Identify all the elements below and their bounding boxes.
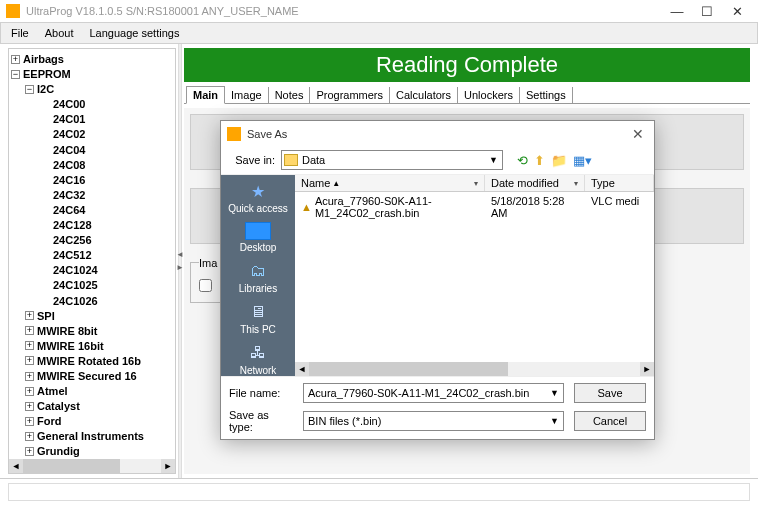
expand-icon[interactable]: + — [25, 387, 34, 396]
tree-item[interactable]: MWIRE Rotated 16b — [37, 355, 141, 367]
close-button[interactable]: ✕ — [722, 4, 752, 19]
cancel-button[interactable]: Cancel — [574, 411, 646, 431]
vertical-splitter[interactable]: ◄ ► — [178, 44, 182, 478]
file-list-scrollbar[interactable]: ◄ ► — [295, 362, 654, 376]
tab-notes[interactable]: Notes — [269, 87, 311, 103]
tree-item[interactable]: 24C32 — [53, 189, 85, 201]
scroll-right-icon[interactable]: ► — [640, 362, 654, 376]
tab-settings[interactable]: Settings — [520, 87, 573, 103]
tree-item[interactable]: General Instruments — [37, 430, 144, 442]
tree-item[interactable]: 24C08 — [53, 159, 85, 171]
tab-programmers[interactable]: Programmers — [310, 87, 390, 103]
tree-item[interactable]: 24C1026 — [53, 295, 98, 307]
scrollbar-track[interactable] — [23, 459, 161, 473]
tab-calculators[interactable]: Calculators — [390, 87, 458, 103]
expand-icon[interactable]: + — [11, 55, 20, 64]
maximize-button[interactable]: ☐ — [692, 4, 722, 19]
place-desktop[interactable]: Desktop — [240, 222, 277, 253]
scroll-left-icon[interactable]: ◄ — [9, 459, 23, 473]
scrollbar-thumb[interactable] — [309, 362, 508, 376]
place-libraries[interactable]: 🗂Libraries — [239, 261, 277, 294]
tree-item[interactable]: SPI — [37, 310, 55, 322]
tree-item[interactable]: 24C128 — [53, 219, 92, 231]
tree-item[interactable]: Ford — [37, 415, 61, 427]
scrollbar-track[interactable] — [309, 362, 640, 376]
folder-icon — [284, 154, 298, 166]
save-in-label: Save in: — [229, 154, 275, 166]
tree-item[interactable]: Grundig — [37, 446, 80, 458]
expand-icon[interactable]: + — [25, 417, 34, 426]
tab-unlockers[interactable]: Unlockers — [458, 87, 520, 103]
col-name[interactable]: Name ▲▾ — [295, 175, 485, 191]
tree-item[interactable]: 24C04 — [53, 144, 85, 156]
tree-item[interactable]: 24C16 — [53, 174, 85, 186]
nav-icons: ⟲ ⬆ 📁 ▦▾ — [517, 153, 592, 168]
menu-about[interactable]: About — [37, 25, 82, 41]
tree-item[interactable]: 24C1025 — [53, 280, 98, 292]
filename-input[interactable]: Acura_77960-S0K-A11-M1_24C02_crash.bin▼ — [303, 383, 564, 403]
back-icon[interactable]: ⟲ — [517, 153, 528, 168]
tab-main[interactable]: Main — [186, 86, 225, 104]
tree-item[interactable]: 24C1024 — [53, 264, 98, 276]
tree-item[interactable]: MWIRE 8bit — [37, 325, 98, 337]
tree-item[interactable]: 24C00 — [53, 98, 85, 110]
chevron-down-icon[interactable]: ▼ — [550, 388, 559, 398]
save-in-dropdown[interactable]: Data ▼ — [281, 150, 503, 170]
places-bar: ★Quick access Desktop 🗂Libraries 🖥This P… — [221, 175, 295, 376]
libraries-icon: 🗂 — [246, 261, 270, 281]
image-checkbox[interactable] — [199, 279, 212, 292]
scrollbar-thumb[interactable] — [23, 459, 120, 473]
tree-item[interactable]: 24C512 — [53, 249, 92, 261]
collapse-icon[interactable]: − — [25, 85, 34, 94]
status-bar — [0, 478, 758, 506]
expand-icon[interactable]: + — [25, 372, 34, 381]
place-network[interactable]: 🖧Network — [240, 343, 277, 376]
tree-item[interactable]: Catalyst — [37, 400, 80, 412]
expand-icon[interactable]: + — [25, 326, 34, 335]
up-icon[interactable]: ⬆ — [534, 153, 545, 168]
expand-icon[interactable]: + — [25, 311, 34, 320]
tree-i2c[interactable]: I2C — [37, 83, 54, 95]
new-folder-icon[interactable]: 📁 — [551, 153, 567, 168]
menu-file[interactable]: File — [3, 25, 37, 41]
filetype-dropdown[interactable]: BIN files (*.bin)▼ — [303, 411, 564, 431]
expand-icon[interactable]: + — [25, 356, 34, 365]
status-inner — [8, 483, 750, 501]
chevron-down-icon[interactable]: ▾ — [474, 179, 478, 188]
view-menu-icon[interactable]: ▦▾ — [573, 153, 592, 168]
expand-icon[interactable]: + — [25, 341, 34, 350]
collapse-icon[interactable]: − — [11, 70, 20, 79]
expand-icon[interactable]: + — [25, 432, 34, 441]
tree-item[interactable]: MWIRE Secured 16 — [37, 370, 137, 382]
tree-item[interactable]: MWIRE 16bit — [37, 340, 104, 352]
place-quick-access[interactable]: ★Quick access — [228, 181, 287, 214]
save-button[interactable]: Save — [574, 383, 646, 403]
tree-scrollbar-horizontal[interactable]: ◄ ► — [9, 459, 175, 473]
file-row[interactable]: ▲Acura_77960-S0K-A11-M1_24C02_crash.bin … — [295, 192, 654, 222]
tab-image[interactable]: Image — [225, 87, 269, 103]
file-list: Name ▲▾ Date modified▾ Type ▲Acura_77960… — [295, 175, 654, 376]
dialog-close-button[interactable]: ✕ — [628, 126, 648, 142]
menu-language-settings[interactable]: Language settings — [81, 25, 187, 41]
tree-airbags[interactable]: Airbags — [23, 53, 64, 65]
place-this-pc[interactable]: 🖥This PC — [240, 302, 276, 335]
tree-item[interactable]: 24C02 — [53, 129, 85, 141]
expand-icon[interactable]: + — [25, 447, 34, 456]
tree-item[interactable]: Atmel — [37, 385, 68, 397]
col-type[interactable]: Type — [585, 175, 654, 191]
tree-eeprom[interactable]: EEPROM — [23, 68, 71, 80]
minimize-button[interactable]: — — [662, 4, 692, 19]
chevron-down-icon[interactable]: ▼ — [550, 416, 559, 426]
tree-item[interactable]: 24C256 — [53, 234, 92, 246]
scroll-left-icon[interactable]: ◄ — [295, 362, 309, 376]
tree-item[interactable]: 24C64 — [53, 204, 85, 216]
col-date[interactable]: Date modified▾ — [485, 175, 585, 191]
desktop-icon — [245, 222, 271, 240]
device-tree[interactable]: +Airbags −EEPROM −I2C 24C00 24C01 24C02 … — [9, 49, 175, 459]
chevron-down-icon[interactable]: ▾ — [574, 179, 578, 188]
expand-icon[interactable]: + — [25, 402, 34, 411]
filetype-label: Save as type: — [229, 409, 293, 433]
tree-item[interactable]: 24C01 — [53, 113, 85, 125]
scroll-right-icon[interactable]: ► — [161, 459, 175, 473]
chevron-down-icon[interactable]: ▼ — [487, 155, 500, 165]
